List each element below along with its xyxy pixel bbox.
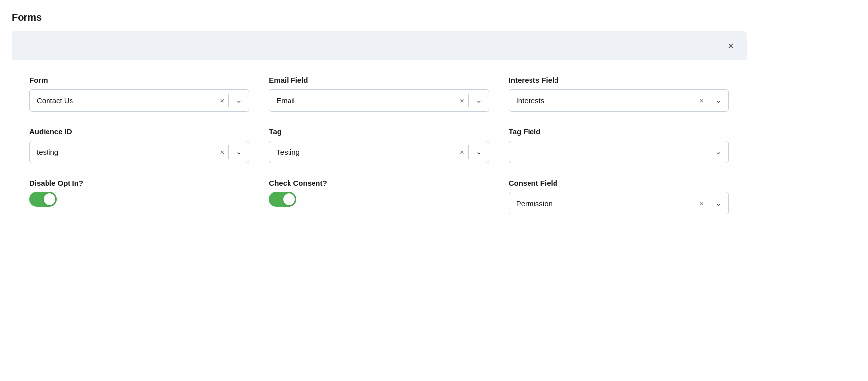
audience-id-clear-button[interactable]: ×	[217, 148, 229, 156]
tag-select-value: Testing	[269, 148, 456, 156]
card-header: ×	[12, 31, 747, 60]
interests-field-label: Interests Field	[509, 76, 729, 84]
tag-field-group: Tag Testing × ⌄	[269, 127, 489, 163]
audience-id-select[interactable]: testing × ⌄	[29, 141, 249, 163]
audience-id-field-group: Audience ID testing × ⌄	[29, 127, 249, 163]
check-consent-field-group: Check Consent?	[269, 179, 489, 214]
email-chevron-icon[interactable]: ⌄	[469, 96, 489, 105]
tag-field-label: Tag Field	[509, 127, 729, 136]
forms-card: × Form Contact Us × ⌄ Email Field Email …	[12, 31, 747, 234]
check-consent-toggle[interactable]	[269, 192, 296, 207]
consent-field-label: Consent Field	[509, 179, 729, 187]
interests-select[interactable]: Interests × ⌄	[509, 89, 729, 112]
tag-chevron-icon[interactable]: ⌄	[469, 147, 489, 156]
check-consent-toggle-wrapper	[269, 192, 489, 207]
form-clear-button[interactable]: ×	[217, 96, 229, 105]
disable-opt-in-toggle[interactable]	[29, 192, 57, 207]
consent-field-group: Consent Field Permission × ⌄	[509, 179, 729, 214]
tag-select[interactable]: Testing × ⌄	[269, 141, 489, 163]
consent-field-select[interactable]: Permission × ⌄	[509, 192, 729, 214]
disable-opt-in-label: Disable Opt In?	[29, 179, 249, 187]
form-select-value: Contact Us	[30, 96, 217, 105]
audience-id-select-value: testing	[30, 148, 217, 156]
tag-field-field-group: Tag Field ⌄	[509, 127, 729, 163]
interests-chevron-icon[interactable]: ⌄	[708, 96, 728, 105]
check-consent-label: Check Consent?	[269, 179, 489, 187]
consent-field-chevron-icon[interactable]: ⌄	[708, 199, 728, 208]
fields-grid: Form Contact Us × ⌄ Email Field Email × …	[29, 76, 729, 214]
form-chevron-icon[interactable]: ⌄	[229, 96, 249, 105]
consent-field-select-value: Permission	[509, 199, 696, 208]
card-body: Form Contact Us × ⌄ Email Field Email × …	[12, 60, 747, 234]
email-clear-button[interactable]: ×	[456, 96, 468, 105]
page-title: Forms	[12, 12, 856, 23]
interests-select-value: Interests	[509, 96, 696, 105]
email-field-label: Email Field	[269, 76, 489, 84]
consent-field-clear-button[interactable]: ×	[696, 199, 708, 208]
disable-opt-in-toggle-wrapper	[29, 192, 249, 207]
interests-field-group: Interests Field Interests × ⌄	[509, 76, 729, 112]
disable-opt-in-field-group: Disable Opt In?	[29, 179, 249, 214]
disable-opt-in-toggle-knob	[44, 193, 55, 205]
form-field-group: Form Contact Us × ⌄	[29, 76, 249, 112]
check-consent-toggle-knob	[283, 193, 295, 205]
tag-clear-button[interactable]: ×	[456, 148, 468, 156]
audience-id-label: Audience ID	[29, 127, 249, 136]
form-select[interactable]: Contact Us × ⌄	[29, 89, 249, 112]
email-select[interactable]: Email × ⌄	[269, 89, 489, 112]
tag-field-select[interactable]: ⌄	[509, 141, 729, 163]
tag-label: Tag	[269, 127, 489, 136]
form-label: Form	[29, 76, 249, 84]
close-button[interactable]: ×	[725, 39, 737, 52]
email-field-group: Email Field Email × ⌄	[269, 76, 489, 112]
tag-field-chevron-icon[interactable]: ⌄	[708, 147, 728, 156]
interests-clear-button[interactable]: ×	[696, 96, 708, 105]
audience-id-chevron-icon[interactable]: ⌄	[229, 147, 249, 156]
email-select-value: Email	[269, 96, 456, 105]
